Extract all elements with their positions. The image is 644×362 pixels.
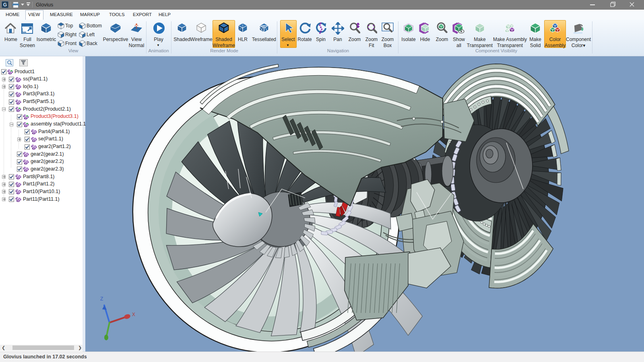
svg-text:Z: Z: [100, 296, 103, 302]
svg-text:X: X: [132, 312, 135, 317]
